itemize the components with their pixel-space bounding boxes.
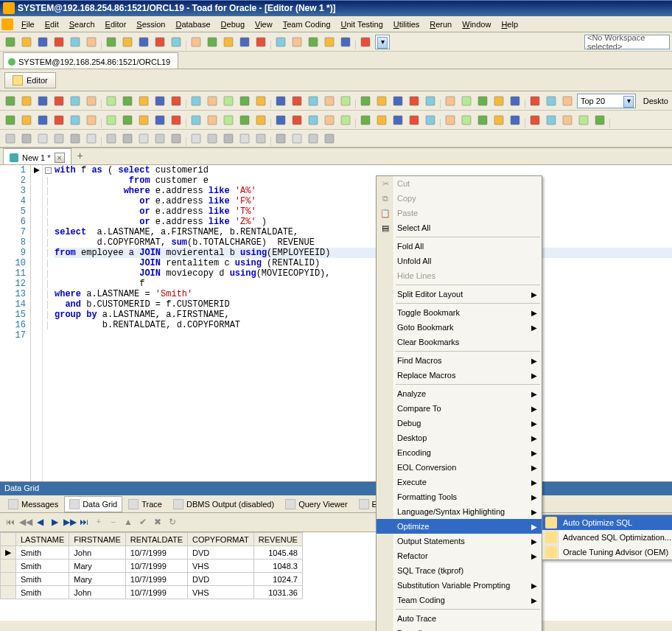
toolbar-button[interactable] xyxy=(374,112,390,128)
desktop-dropdown-label[interactable]: Deskto xyxy=(643,97,670,105)
toolbar-button[interactable] xyxy=(152,93,168,109)
menu-search[interactable]: Search xyxy=(64,18,100,31)
toolbar-button[interactable] xyxy=(337,112,354,128)
ctx-describe-[interactable]: Describe... xyxy=(377,626,542,631)
optimize-submenu[interactable]: Auto Optimize SQLAdvanced SQL Optimizati… xyxy=(542,515,672,560)
toolbar-button[interactable] xyxy=(51,34,67,50)
toolbar-button[interactable] xyxy=(67,130,83,147)
col-header[interactable]: COPYFORMAT xyxy=(187,533,253,546)
toolbar-button[interactable] xyxy=(168,34,184,50)
toolbar-button[interactable] xyxy=(253,34,269,50)
code-content[interactable]: with f as ( select customerid from custo… xyxy=(53,165,672,481)
workspace-combo[interactable]: <No Workspace selected> xyxy=(584,35,670,49)
ctx-auto-trace[interactable]: Auto Trace xyxy=(377,611,542,626)
toolbar-button[interactable] xyxy=(152,112,168,128)
menu-debug[interactable]: Debug xyxy=(216,18,250,31)
toolbar-button[interactable] xyxy=(237,112,253,128)
toolbar-button[interactable] xyxy=(321,93,337,109)
toolbar-button[interactable] xyxy=(103,93,119,109)
ctx-optimize[interactable]: Optimize▶ xyxy=(377,519,542,534)
toolbar-button[interactable] xyxy=(357,34,374,50)
nav-last-button[interactable]: ⏭ xyxy=(78,517,90,528)
toolbar-button[interactable] xyxy=(119,112,136,128)
toolbar-button[interactable] xyxy=(575,112,592,128)
toolbar-button[interactable] xyxy=(51,130,67,147)
nav-delete-button[interactable]: − xyxy=(108,517,119,528)
submenu-auto-optimize-sql[interactable]: Auto Optimize SQL xyxy=(542,515,672,530)
col-header[interactable]: FIRSTNAME xyxy=(69,533,126,546)
toolbar-button[interactable] xyxy=(2,34,18,50)
toolbar-button[interactable] xyxy=(527,112,543,128)
toolbar-button[interactable] xyxy=(35,34,51,50)
ctx-team-coding[interactable]: Team Coding▶ xyxy=(377,593,542,607)
nav-commit-button[interactable]: ✔ xyxy=(137,517,149,528)
toolbar-button[interactable] xyxy=(51,93,67,109)
table-row[interactable]: SmithJohn10/7/1999VHS1031.36 xyxy=(1,586,303,599)
toolbar-button[interactable] xyxy=(103,130,119,147)
toolbar-button[interactable] xyxy=(337,93,354,109)
file-tab[interactable]: New 1 * × xyxy=(3,148,71,164)
ctx-goto-bookmark[interactable]: Goto Bookmark▶ xyxy=(377,320,542,335)
toolbar-button[interactable] xyxy=(357,93,374,109)
menu-help[interactable]: Help xyxy=(496,18,523,31)
toolbar-button[interactable] xyxy=(253,112,269,128)
toolbar-button[interactable] xyxy=(35,130,51,147)
toolbar-button[interactable] xyxy=(374,93,390,109)
ctx-split-editor-layout[interactable]: Split Editor Layout▶ xyxy=(377,287,542,301)
nav-refresh-button[interactable]: ↻ xyxy=(167,517,178,528)
ctx-find-macros[interactable]: Find Macros▶ xyxy=(377,353,542,368)
toolbar-button[interactable] xyxy=(422,112,438,128)
toolbar-button[interactable] xyxy=(204,93,220,109)
output-tab-query-viewer[interactable]: Query Viewer xyxy=(280,496,352,512)
nav-cancel-button[interactable]: ✖ xyxy=(152,517,164,528)
toolbar-button[interactable] xyxy=(83,130,99,147)
toolbar-button[interactable] xyxy=(357,112,374,128)
toolbar-button[interactable] xyxy=(475,112,491,128)
toolbar-button[interactable] xyxy=(305,93,321,109)
toolbar-button[interactable] xyxy=(442,112,458,128)
toolbar-button[interactable] xyxy=(35,93,51,109)
toolbar-button[interactable] xyxy=(475,93,491,109)
ctx-language-syntax-highlighting[interactable]: Language/Syntax Highlighting▶ xyxy=(377,504,542,519)
toolbar-button[interactable] xyxy=(67,34,83,50)
toolbar-button[interactable] xyxy=(188,130,204,147)
toolbar-button[interactable] xyxy=(18,93,35,109)
toolbar-button[interactable] xyxy=(204,130,220,147)
ctx-unfold-all[interactable]: Unfold All xyxy=(377,254,542,268)
toolbar-button[interactable] xyxy=(237,93,253,109)
ctx-desktop[interactable]: Desktop▶ xyxy=(377,430,542,445)
toolbar-button[interactable] xyxy=(168,130,184,147)
col-header[interactable]: REVENUE xyxy=(253,533,302,546)
toolbar-button[interactable] xyxy=(507,93,523,109)
toolbar-button[interactable] xyxy=(390,112,406,128)
toolbar-button[interactable] xyxy=(289,34,305,50)
ctx-formatting-tools[interactable]: Formatting Tools▶ xyxy=(377,489,542,504)
nav-next-button[interactable]: ▶ xyxy=(49,517,60,528)
ctx-debug[interactable]: Debug▶ xyxy=(377,416,542,430)
toolbar-button[interactable] xyxy=(491,112,507,128)
toolbar-button[interactable] xyxy=(188,34,204,50)
output-tab-trace[interactable]: Trace xyxy=(123,496,167,512)
output-tab-dbms-output-disabled-[interactable]: DBMS Output (disabled) xyxy=(168,496,279,512)
toolbar-button[interactable] xyxy=(35,112,51,128)
ctx-encoding[interactable]: Encoding▶ xyxy=(377,445,542,460)
toolbar-button[interactable] xyxy=(83,93,99,109)
output-tab-messages[interactable]: Messages xyxy=(3,496,63,512)
toolbar-button[interactable] xyxy=(2,130,18,147)
editor-module-tab[interactable]: Editor xyxy=(4,72,56,88)
menu-unit-testing[interactable]: Unit Testing xyxy=(336,18,388,31)
ctx-clear-bookmarks[interactable]: Clear Bookmarks xyxy=(377,335,542,349)
history-dropdown[interactable] xyxy=(375,35,390,49)
toolbar-button[interactable] xyxy=(273,112,289,128)
toolbar-button[interactable] xyxy=(168,93,184,109)
toolbar-button[interactable] xyxy=(220,34,237,50)
nav-add-button[interactable]: + xyxy=(93,517,105,528)
toolbar-button[interactable] xyxy=(559,112,575,128)
toolbar-button[interactable] xyxy=(422,93,438,109)
file-tab-close-button[interactable]: × xyxy=(55,153,65,163)
toolbar-button[interactable] xyxy=(253,130,269,147)
toolbar-button[interactable] xyxy=(136,112,152,128)
menu-team-coding[interactable]: Team Coding xyxy=(278,18,336,31)
submenu-oracle-tuning-advisor-oem-[interactable]: Oracle Tuning Advisor (OEM) xyxy=(542,545,672,559)
toolbar-button[interactable] xyxy=(273,93,289,109)
